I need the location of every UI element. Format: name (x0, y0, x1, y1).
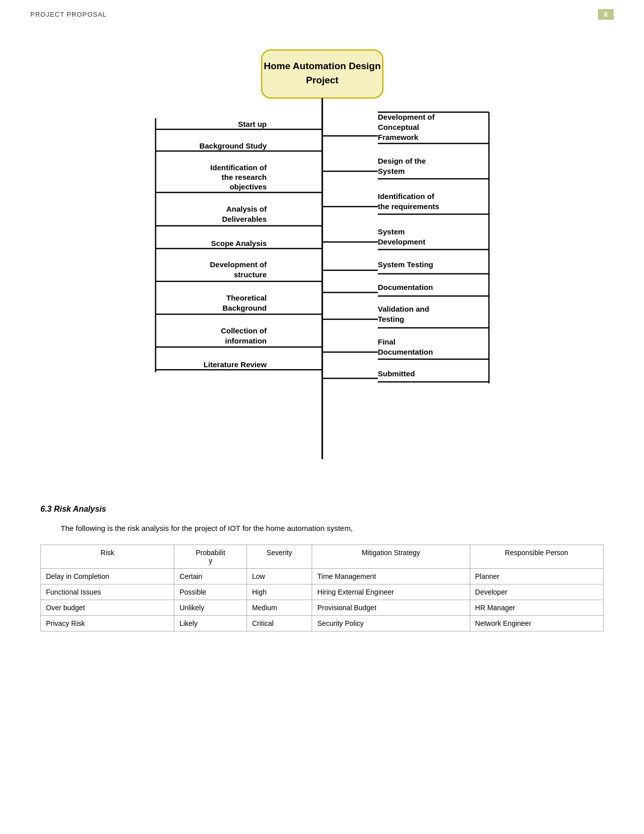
svg-text:Documentation: Documentation (378, 283, 433, 291)
svg-text:Identification of: Identification of (210, 163, 267, 172)
svg-text:Background Study: Background Study (199, 141, 267, 150)
svg-text:objectives: objectives (229, 182, 266, 191)
section-heading: 6.3 Risk Analysis (40, 505, 604, 514)
table-row: Functional IssuesPossibleHighHiring Exte… (41, 584, 604, 600)
table-cell: Functional Issues (41, 584, 174, 600)
table-cell: HR Manager (470, 600, 603, 615)
svg-text:Collection of: Collection of (221, 326, 267, 335)
col-header-responsible: Responsible Person (470, 545, 603, 568)
svg-text:Framework: Framework (378, 133, 419, 141)
svg-text:Project: Project (306, 75, 338, 85)
diagram-container: Home Automation Design Project Start up … (40, 45, 604, 479)
table-cell: Privacy Risk (41, 615, 174, 631)
table-cell: Provisional Budget (312, 600, 470, 615)
svg-text:Start up: Start up (238, 120, 267, 128)
svg-rect-0 (262, 50, 383, 98)
table-row: Privacy RiskLikelyCriticalSecurity Polic… (41, 615, 604, 631)
risk-table: Risk Probability Severity Mitigation Str… (40, 545, 604, 631)
svg-text:Development of: Development of (210, 260, 267, 269)
svg-text:Validation and: Validation and (378, 305, 429, 313)
svg-text:Submitted: Submitted (378, 369, 415, 378)
table-cell: Likely (174, 615, 246, 631)
table-cell: Possible (174, 584, 246, 600)
table-row: Delay in CompletionCertainLowTime Manage… (41, 568, 604, 584)
col-header-mitigation: Mitigation Strategy (312, 545, 470, 568)
table-cell: Time Management (312, 568, 470, 584)
svg-text:the requirements: the requirements (378, 202, 439, 211)
table-cell: Certain (174, 568, 246, 584)
svg-text:Documentation: Documentation (378, 348, 433, 356)
svg-text:System Testing: System Testing (378, 260, 433, 269)
svg-text:Theoretical: Theoretical (226, 293, 266, 302)
svg-text:Testing: Testing (378, 315, 404, 323)
svg-text:Development of: Development of (378, 113, 435, 121)
svg-text:Analysis of: Analysis of (226, 205, 267, 213)
table-cell: Over budget (41, 600, 174, 615)
svg-text:Identification of: Identification of (378, 192, 435, 201)
document-label: PROJECT PROPOSAL (30, 11, 107, 18)
flow-diagram: Home Automation Design Project Start up … (151, 45, 494, 479)
svg-text:Scope Analysis: Scope Analysis (211, 239, 266, 248)
table-cell: High (246, 584, 312, 600)
svg-text:Literature Review: Literature Review (203, 360, 266, 369)
table-cell: Delay in Completion (41, 568, 174, 584)
intro-paragraph: The following is the risk analysis for t… (40, 523, 604, 534)
table-cell: Security Policy (312, 615, 470, 631)
table-cell: Critical (246, 615, 312, 631)
table-cell: Network Engineer (470, 615, 603, 631)
table-row: Over budgetUnlikelyMediumProvisional Bud… (41, 600, 604, 615)
svg-text:Design of the: Design of the (378, 157, 426, 165)
table-cell: Low (246, 568, 312, 584)
svg-text:the research: the research (221, 173, 266, 181)
table-cell: Hiring External Engineer (312, 584, 470, 600)
svg-text:Final: Final (378, 337, 395, 346)
table-cell: Developer (470, 584, 603, 600)
page-number: 8 (598, 9, 614, 20)
svg-text:Conceptual: Conceptual (378, 123, 419, 131)
svg-text:structure: structure (233, 270, 266, 279)
col-header-probability: Probability (174, 545, 246, 568)
svg-text:Home Automation Design: Home Automation Design (264, 61, 381, 71)
table-cell: Planner (470, 568, 603, 584)
svg-text:System: System (378, 227, 405, 236)
risk-table-body: Delay in CompletionCertainLowTime Manage… (41, 568, 604, 631)
table-cell: Medium (246, 600, 312, 615)
svg-text:information: information (225, 336, 267, 345)
table-header-row: Risk Probability Severity Mitigation Str… (41, 545, 604, 568)
svg-text:Deliverables: Deliverables (222, 215, 266, 223)
svg-text:Development: Development (378, 237, 425, 246)
svg-text:Background: Background (222, 304, 267, 312)
svg-text:System: System (378, 167, 405, 175)
main-content: Home Automation Design Project Start up … (0, 25, 644, 652)
table-cell: Unlikely (174, 600, 246, 615)
col-header-severity: Severity (246, 545, 312, 568)
col-header-risk: Risk (41, 545, 174, 568)
page-header: PROJECT PROPOSAL 8 (0, 0, 644, 25)
